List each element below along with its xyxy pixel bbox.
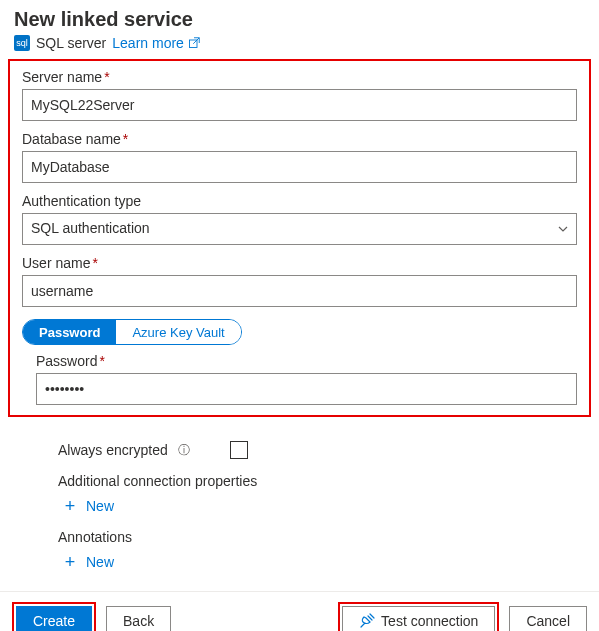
service-type-label: SQL server: [36, 35, 106, 51]
add-annotation-text: New: [86, 554, 114, 570]
user-name-input[interactable]: [22, 275, 577, 307]
server-name-label: Server name*: [22, 69, 577, 85]
server-name-input[interactable]: [22, 89, 577, 121]
cancel-button[interactable]: Cancel: [509, 606, 587, 631]
highlighted-form-area: Server name* Database name* Authenticati…: [8, 59, 591, 417]
highlight-test-connection: Test connection: [338, 602, 499, 631]
database-name-label: Database name*: [22, 131, 577, 147]
plus-icon: +: [62, 497, 78, 515]
learn-more-link[interactable]: Learn more: [112, 35, 200, 51]
learn-more-text: Learn more: [112, 35, 184, 51]
password-label: Password*: [36, 353, 577, 369]
always-encrypted-label: Always encrypted: [58, 442, 168, 458]
add-property-text: New: [86, 498, 114, 514]
plus-icon: +: [62, 553, 78, 571]
required-star: *: [123, 131, 128, 147]
tab-azure-key-vault[interactable]: Azure Key Vault: [116, 320, 240, 344]
user-name-label: User name*: [22, 255, 577, 271]
additional-properties-label: Additional connection properties: [58, 473, 579, 489]
database-name-input[interactable]: [22, 151, 577, 183]
sql-server-icon: sql: [14, 35, 30, 51]
tab-password[interactable]: Password: [23, 320, 116, 344]
auth-type-select[interactable]: SQL authentication: [22, 213, 577, 245]
annotations-label: Annotations: [58, 529, 579, 545]
create-button[interactable]: Create: [16, 606, 92, 631]
required-star: *: [92, 255, 97, 271]
back-button[interactable]: Back: [106, 606, 171, 631]
test-connection-button[interactable]: Test connection: [342, 606, 495, 631]
page-title: New linked service: [14, 8, 585, 31]
auth-type-label: Authentication type: [22, 193, 577, 209]
required-star: *: [99, 353, 104, 369]
external-link-icon: [188, 37, 200, 49]
credential-source-toggle: Password Azure Key Vault: [22, 319, 242, 345]
highlight-create: Create: [12, 602, 96, 631]
test-connection-text: Test connection: [381, 613, 478, 629]
required-star: *: [104, 69, 109, 85]
always-encrypted-checkbox[interactable]: [230, 441, 248, 459]
info-icon[interactable]: ⓘ: [178, 442, 190, 459]
password-input[interactable]: [36, 373, 577, 405]
add-property-button[interactable]: + New: [62, 497, 579, 515]
plug-icon: [359, 613, 375, 629]
add-annotation-button[interactable]: + New: [62, 553, 579, 571]
